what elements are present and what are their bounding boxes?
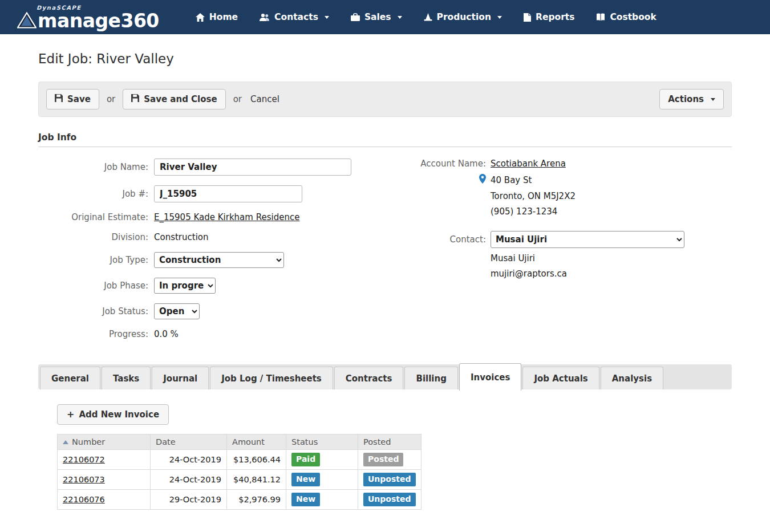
save-icon [131, 94, 139, 104]
cancel-link[interactable]: Cancel [250, 94, 279, 104]
chevron-down-icon [711, 98, 715, 101]
nav-item-label: Home [209, 12, 238, 22]
job-phase-label: Job Phase: [38, 281, 148, 291]
nav-item-contacts[interactable]: Contacts [260, 12, 329, 22]
column-header-number[interactable]: Number [58, 434, 151, 450]
location-pin-icon [479, 174, 486, 186]
tab-billing[interactable]: Billing [404, 367, 457, 389]
table-header-row: Number Date Amount Status Posted [58, 434, 422, 450]
or-separator: or [233, 94, 242, 104]
nav-item-home[interactable]: Home [196, 12, 238, 22]
job-phase-select[interactable]: In progress [154, 278, 216, 294]
actions-button-label: Actions [668, 94, 704, 104]
posted-badge: Unposted [363, 493, 416, 506]
status-badge: New [291, 493, 320, 506]
contact-label: Contact: [415, 234, 486, 245]
production-icon [424, 13, 432, 21]
nav-item-label: Sales [364, 12, 391, 22]
column-header-status[interactable]: Status [286, 434, 358, 450]
job-name-input[interactable] [154, 159, 351, 176]
invoice-number-link[interactable]: 22106076 [63, 495, 105, 504]
tab-job-log-timesheets[interactable]: Job Log / Timesheets [210, 367, 333, 389]
tab-invoices[interactable]: Invoices [459, 363, 521, 391]
brand-logo[interactable]: DynaSCAPE manage360 [17, 5, 159, 30]
invoice-amount: $2,976.99 [227, 489, 286, 509]
save-icon [55, 94, 63, 104]
status-badge: New [291, 473, 320, 486]
reports-icon [524, 13, 531, 22]
tab-journal[interactable]: Journal [152, 367, 209, 389]
job-status-select[interactable]: Open [154, 303, 200, 319]
action-toolbar: Save or Save and Close or Cancel Actions [38, 82, 732, 117]
triangle-logo-icon [17, 12, 37, 30]
job-info-section: Job Info Job Name: Job #: Original Estim… [38, 132, 732, 339]
invoice-date: 29-Oct-2019 [151, 489, 227, 509]
sort-ascending-icon [63, 440, 68, 444]
original-estimate-label: Original Estimate: [38, 212, 148, 222]
job-number-label: Job #: [38, 189, 148, 199]
column-header-amount[interactable]: Amount [227, 434, 286, 450]
nav-item-costbook[interactable]: Costbook [596, 12, 656, 22]
top-navbar: DynaSCAPE manage360 Home Contacts Sales [0, 0, 770, 34]
table-row: 22106076 29-Oct-2019 $2,976.99 New Unpos… [58, 489, 422, 509]
plus-icon: + [67, 410, 74, 419]
sales-icon [351, 13, 360, 21]
page-title: Edit Job: River Valley [38, 51, 732, 66]
contact-name: Musai Ujiri [491, 253, 732, 263]
posted-badge: Unposted [363, 473, 416, 486]
invoice-date: 24-Oct-2019 [151, 450, 227, 470]
job-info-right-column: Account Name: Scotiabank Arena 40 Bay St… [415, 159, 732, 339]
job-type-select[interactable]: Construction [154, 252, 284, 268]
chevron-down-icon [325, 16, 329, 19]
job-tabs: General Tasks Journal Job Log / Timeshee… [38, 364, 732, 389]
original-estimate-link[interactable]: E_15905 Kade Kirkham Residence [154, 212, 299, 222]
section-title: Job Info [38, 132, 732, 147]
nav-item-label: Costbook [610, 12, 656, 22]
table-row: 22106072 24-Oct-2019 $13,606.44 Paid Pos… [58, 450, 422, 470]
add-new-invoice-label: Add New Invoice [79, 409, 159, 420]
progress-label: Progress: [38, 329, 148, 339]
division-value: Construction [154, 232, 415, 242]
nav-item-production[interactable]: Production [424, 12, 502, 22]
add-new-invoice-button[interactable]: + Add New Invoice [57, 404, 169, 425]
invoice-amount: $40,841.12 [227, 469, 286, 489]
job-name-label: Job Name: [38, 162, 148, 172]
invoice-number-link[interactable]: 22106072 [63, 455, 105, 464]
account-address-line2: Toronto, ON M5J2X2 [491, 191, 732, 201]
home-icon [196, 13, 205, 22]
actions-button[interactable]: Actions [659, 89, 724, 109]
nav-item-reports[interactable]: Reports [524, 12, 574, 22]
tab-contracts[interactable]: Contracts [334, 367, 404, 389]
tab-job-actuals[interactable]: Job Actuals [522, 367, 599, 389]
contact-select[interactable]: Musai Ujiri [491, 231, 684, 248]
invoices-table: Number Date Amount Status Posted 2210607… [57, 434, 422, 510]
invoice-number-link[interactable]: 22106073 [63, 475, 105, 484]
account-name-link[interactable]: Scotiabank Arena [491, 159, 566, 169]
save-button-label: Save [67, 94, 91, 104]
tab-analysis[interactable]: Analysis [601, 367, 663, 389]
brand-wordmark: manage360 [38, 11, 159, 30]
posted-badge: Posted [363, 453, 403, 466]
chevron-down-icon [497, 16, 502, 19]
invoice-amount: $13,606.44 [227, 450, 286, 470]
nav-item-sales[interactable]: Sales [351, 12, 402, 22]
table-row: 22106073 24-Oct-2019 $40,841.12 New Unpo… [58, 469, 422, 489]
contact-email: mujiri@raptors.ca [491, 269, 732, 279]
job-type-label: Job Type: [38, 255, 148, 265]
chevron-down-icon [398, 16, 402, 19]
costbook-icon [596, 13, 605, 21]
invoices-tab-content: + Add New Invoice Number Date Amount Sta… [38, 389, 732, 510]
nav-item-label: Contacts [274, 12, 318, 22]
progress-value: 0.0 % [154, 329, 415, 339]
save-and-close-button[interactable]: Save and Close [123, 89, 225, 109]
column-header-date[interactable]: Date [151, 434, 227, 450]
save-button[interactable]: Save [46, 89, 99, 109]
column-header-posted[interactable]: Posted [358, 434, 422, 450]
account-name-label: Account Name: [415, 159, 486, 169]
invoice-date: 24-Oct-2019 [151, 469, 227, 489]
account-address-line1: 40 Bay St [491, 175, 532, 185]
tab-general[interactable]: General [40, 367, 100, 389]
job-number-input[interactable] [154, 185, 302, 202]
tab-tasks[interactable]: Tasks [102, 367, 151, 389]
nav-item-label: Reports [536, 12, 574, 22]
